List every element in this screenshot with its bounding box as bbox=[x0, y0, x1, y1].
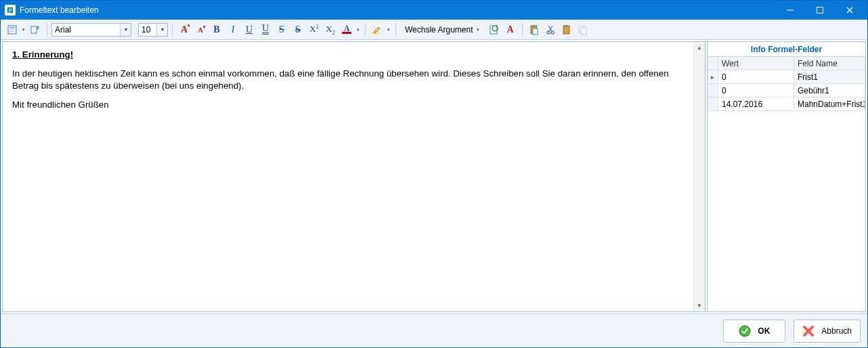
close-button[interactable] bbox=[835, 1, 865, 20]
superscript-icon: X2 bbox=[309, 24, 318, 35]
ok-button[interactable]: OK bbox=[723, 320, 785, 343]
font-input[interactable] bbox=[52, 24, 120, 36]
scroll-down-button[interactable]: ▼ bbox=[694, 300, 705, 311]
row-indicator: ▸ bbox=[708, 70, 718, 83]
font-dropdown-button[interactable]: ▾ bbox=[120, 24, 131, 36]
minimize-button[interactable] bbox=[775, 1, 805, 20]
col-wert[interactable]: Wert bbox=[718, 57, 794, 70]
cut-button[interactable] bbox=[543, 22, 558, 37]
font-color-button[interactable]: A bbox=[339, 22, 354, 37]
svg-rect-1 bbox=[9, 9, 12, 9]
titlebar: Formeltext bearbeiten bbox=[1, 1, 867, 20]
separator bbox=[172, 23, 173, 37]
superscript-button[interactable]: X2 bbox=[307, 22, 322, 37]
underline-icon: U bbox=[246, 24, 253, 35]
font-color-icon: A bbox=[342, 25, 351, 34]
editor-pane: 1. Erinnerung! In der heutigen hektische… bbox=[2, 41, 706, 312]
svg-rect-2 bbox=[9, 10, 12, 11]
scroll-up-button[interactable]: ▲ bbox=[694, 42, 705, 53]
cell-feld: Gebühr1 bbox=[794, 84, 865, 97]
shrink-font-icon: A▾ bbox=[198, 26, 203, 34]
copy-button[interactable] bbox=[559, 22, 574, 37]
maximize-button[interactable] bbox=[805, 1, 835, 20]
underline-button[interactable]: U bbox=[242, 22, 257, 37]
highlight-dropdown[interactable]: ▾ bbox=[386, 22, 391, 37]
view-toggle-button[interactable] bbox=[28, 22, 43, 37]
paste-icon bbox=[529, 24, 540, 35]
format-template-dropdown[interactable]: ▾ bbox=[21, 22, 26, 37]
main: 1. Erinnerung! In der heutigen hektische… bbox=[1, 40, 867, 313]
svg-rect-3 bbox=[9, 12, 11, 12]
app-icon bbox=[5, 5, 16, 16]
italic-icon: I bbox=[232, 24, 235, 35]
svg-rect-7 bbox=[9, 27, 15, 28]
fontsize-dropdown-button[interactable]: ▾ bbox=[156, 24, 167, 36]
chevron-down-icon: ▾ bbox=[475, 27, 481, 32]
font-color-dropdown[interactable]: ▾ bbox=[355, 22, 361, 37]
cell-wert: 0 bbox=[718, 84, 794, 97]
fontsize-combo[interactable]: ▾ bbox=[138, 23, 168, 37]
highlight-icon bbox=[372, 24, 383, 35]
row-indicator bbox=[708, 97, 718, 110]
svg-point-17 bbox=[551, 31, 554, 34]
bold-button[interactable]: B bbox=[209, 22, 224, 37]
editor[interactable]: 1. Erinnerung! In der heutigen hektische… bbox=[3, 42, 693, 311]
paste-button[interactable] bbox=[527, 22, 542, 37]
strikethrough-button[interactable]: S bbox=[274, 22, 289, 37]
cancel-button[interactable]: Abbruch bbox=[794, 320, 861, 343]
table-row[interactable]: 14.07.2016MahnDatum+Frist1 bbox=[708, 97, 865, 111]
double-underline-button[interactable]: U bbox=[258, 22, 273, 37]
svg-rect-19 bbox=[565, 25, 568, 27]
field-a-icon: A bbox=[506, 24, 513, 35]
footer: OK Abbruch bbox=[1, 313, 867, 347]
copy-icon bbox=[561, 24, 572, 35]
subscript-button[interactable]: X2 bbox=[323, 22, 338, 37]
fontsize-input[interactable] bbox=[139, 24, 156, 36]
cell-feld: Frist1 bbox=[794, 70, 865, 83]
svg-rect-8 bbox=[9, 30, 15, 30]
font-combo[interactable]: ▾ bbox=[51, 23, 131, 37]
subscript-icon: X2 bbox=[326, 24, 334, 36]
grow-font-button[interactable]: A▴ bbox=[177, 22, 192, 37]
format-template-button[interactable] bbox=[5, 22, 20, 37]
svg-rect-10 bbox=[31, 26, 37, 33]
svg-rect-12 bbox=[490, 26, 497, 34]
minimize-icon bbox=[787, 7, 794, 14]
separator bbox=[522, 23, 523, 37]
window: Formeltext bearbeiten ▾ ▾ bbox=[0, 0, 868, 348]
duplicate-icon bbox=[578, 24, 588, 35]
duplicate-button bbox=[576, 22, 590, 37]
update-formula-button[interactable] bbox=[487, 22, 502, 37]
svg-rect-14 bbox=[532, 25, 536, 27]
svg-rect-4 bbox=[787, 10, 794, 11]
cell-wert: 0 bbox=[718, 70, 794, 83]
italic-button[interactable]: I bbox=[225, 22, 240, 37]
cancel-icon bbox=[802, 325, 815, 337]
toolbar: ▾ ▾ ▾ A▴ A▾ B I U U bbox=[1, 20, 867, 40]
editor-scrollbar[interactable]: ▲ ▼ bbox=[693, 42, 705, 311]
highlight-button[interactable] bbox=[370, 22, 385, 37]
svg-rect-5 bbox=[817, 7, 823, 14]
insert-field-button[interactable]: A bbox=[503, 22, 518, 37]
view-toggle-icon bbox=[30, 24, 41, 35]
cell-feld: MahnDatum+Frist1 bbox=[794, 97, 865, 110]
template-icon bbox=[7, 24, 18, 35]
formula-refresh-icon bbox=[489, 24, 500, 35]
table-row[interactable]: 0Gebühr1 bbox=[708, 84, 865, 97]
ok-icon bbox=[739, 325, 751, 337]
editor-body: In der heutigen hektischen Zeit kann es … bbox=[12, 68, 684, 92]
double-underline-icon: U bbox=[262, 24, 269, 35]
editor-closing: Mit freundlichen Grüßen bbox=[12, 99, 684, 111]
cancel-label: Abbruch bbox=[821, 326, 852, 336]
field-grid: Wert Feld Name ▸0Frist10Gebühr114.07.201… bbox=[708, 57, 865, 311]
svg-rect-11 bbox=[373, 33, 380, 35]
col-feld[interactable]: Feld Name bbox=[794, 57, 865, 70]
svg-rect-15 bbox=[533, 28, 538, 35]
table-row[interactable]: ▸0Frist1 bbox=[708, 70, 865, 84]
double-strikethrough-button[interactable]: S bbox=[290, 22, 305, 37]
row-indicator bbox=[708, 84, 718, 97]
shrink-font-button[interactable]: A▾ bbox=[193, 22, 208, 37]
grid-corner bbox=[708, 57, 718, 70]
close-icon bbox=[846, 7, 853, 14]
switch-argument-button[interactable]: Wechsle Argument ▾ bbox=[400, 22, 485, 37]
